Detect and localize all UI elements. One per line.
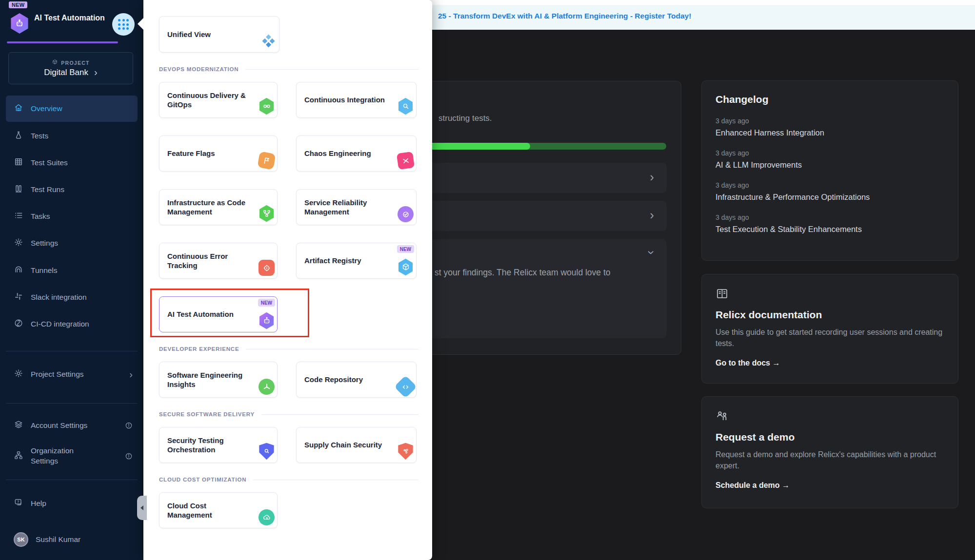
svg-text:?: ? [17,500,19,504]
module-label: Continuous Integration [304,95,385,105]
sidebar-item-test-runs[interactable]: Test Runs [6,176,138,203]
module-card-supply-chain[interactable]: Supply Chain Security [296,427,417,463]
sidebar-item-label: Help [31,499,46,508]
sidebar-item-label: Slack integration [31,293,87,302]
sidebar-item-overview[interactable]: Overview [6,96,138,122]
sidebar-item-help[interactable]: ? Help [6,490,138,517]
module-card-code-repository[interactable]: Code Repository [296,362,417,398]
module-card-error-tracking[interactable]: Continuous Error Tracking [159,243,278,279]
sidebar-item-tests[interactable]: Tests [6,123,138,149]
module-label: Code Repository [304,375,363,385]
module-card-service-reliability[interactable]: Service Reliability Management [296,189,417,225]
schedule-demo-link[interactable]: Schedule a demo → [716,481,790,490]
sidebar-item-organization-settings[interactable]: Organization Settings [6,441,138,471]
chevron-right-icon: › [650,171,654,183]
sidebar-item-label: CI-CD integration [31,320,89,328]
flask-icon [14,130,23,142]
sto-shield-icon [259,443,275,460]
module-card-continuous-integration[interactable]: Continuous Integration [296,82,417,118]
module-card-unified-view[interactable]: Unified View [159,16,279,53]
sidebar-item-account-settings[interactable]: Account Settings [6,412,138,439]
module-label: Continuous Delivery & GitOps [167,91,248,110]
unified-view-icon [260,34,277,50]
avatar: SK [14,532,28,547]
project-selector[interactable]: PROJECT Digital Bank › [8,52,133,84]
sidebar-item-project-settings[interactable]: Project Settings › [6,361,138,387]
columns-icon [14,184,23,195]
info-icon[interactable] [125,422,133,429]
section-header-cco: CLOUD COST OPTIMIZATION [159,477,418,483]
info-icon[interactable] [125,452,133,460]
module-card-ai-test-automation[interactable]: NEW AI Test Automation [159,296,278,332]
user-name: Sushil Kumar [36,535,80,544]
chevron-down-icon[interactable]: › [646,251,658,255]
section-rule [261,414,418,415]
iac-management-icon [259,205,275,222]
module-picker-button[interactable] [112,13,135,36]
new-badge: NEW [397,245,414,253]
divider [6,351,138,351]
demo-title: Request a demo [716,431,944,443]
app-title: AI Test Automation [34,13,107,23]
book-icon [716,287,944,302]
accent-divider [7,41,118,43]
ai-test-automation-logo [10,13,29,34]
changelog-time: 3 days ago [716,149,944,157]
sidebar-item-tunnels[interactable]: Tunnels [6,257,138,284]
sidebar-item-label: Account Settings [31,421,87,430]
sei-icon [259,379,275,395]
module-label: Chaos Engineering [304,149,371,158]
module-card-artifact-registry[interactable]: NEW Artifact Registry [296,243,417,279]
changelog-entry[interactable]: 3 days ago AI & LLM Improvements [716,149,944,170]
changelog-entry[interactable]: 3 days ago Test Execution & Stability En… [716,213,944,234]
svg-text:$: $ [266,516,268,519]
section-rule [245,69,418,70]
module-card-feature-flags[interactable]: Feature Flags [159,135,278,172]
project-name: Digital Bank [44,68,88,77]
changelog-entry-title: Infrastructure & Performance Optimizatio… [716,193,944,202]
section-header-ssd: SECURE SOFTWARE DELIVERY [159,411,418,417]
sidebar-item-cicd-integration[interactable]: CI-CD integration [6,311,138,337]
ai-test-automation-icon [259,312,275,329]
module-card-cloud-cost[interactable]: Cloud Cost Management $ [159,492,278,528]
docs-title: Relicx documentation [716,309,944,321]
changelog-entry[interactable]: 3 days ago Enhanced Harness Integration [716,117,944,137]
divider [6,403,138,404]
module-card-sto[interactable]: Security Testing Orchestration [159,427,278,463]
sidebar-item-label: Tests [31,132,48,140]
module-label: Supply Chain Security [304,440,382,450]
sidebar-item-label: Organization Settings [31,446,85,466]
module-label: Unified View [167,30,211,39]
section-title: CLOUD COST OPTIMIZATION [159,477,246,483]
module-card-chaos-engineering[interactable]: Chaos Engineering [296,135,417,172]
module-card-sei[interactable]: Software Engineering Insights [159,362,278,398]
sidebar-item-test-suites[interactable]: Test Suites [6,150,138,176]
sidebar-item-slack-integration[interactable]: Slack integration [6,284,138,310]
new-badge: NEW [9,1,27,8]
module-card-cd-gitops[interactable]: Continuous Delivery & GitOps [159,82,278,118]
module-label: Infrastructure as Code Management [167,198,248,217]
section-header-devex: DEVELOPER EXPERIENCE [159,346,418,352]
announcement-text[interactable]: 25 - Transform DevEx with AI & Platform … [438,12,691,20]
list-icon [14,211,23,222]
changelog-entry[interactable]: 3 days ago Infrastructure & Performance … [716,181,944,202]
onboarding-intro-text: structing tests. [438,114,492,123]
sidebar-user[interactable]: SK Sushil Kumar [6,526,138,553]
go-to-docs-link[interactable]: Go to the docs → [716,359,780,367]
tunnel-icon [14,265,23,276]
module-card-iac-management[interactable]: Infrastructure as Code Management [159,189,278,225]
sidebar-item-tasks[interactable]: Tasks [6,203,138,230]
service-reliability-icon [398,206,414,222]
app-window: 25 - Transform DevEx with AI & Platform … [0,0,975,560]
sidebar-item-label: Tunnels [31,266,58,275]
chevron-right-icon: › [94,67,98,77]
section-title: DEVELOPER EXPERIENCE [159,346,239,352]
section-header-devops: DEVOPS MODERNIZATION [159,66,418,72]
sidebar-item-settings[interactable]: Settings [6,230,138,256]
cd-gitops-icon [259,97,275,115]
sidebar-collapse-handle[interactable] [137,496,147,520]
module-label: Artifact Registry [304,256,361,266]
changelog-time: 3 days ago [716,213,944,221]
cloud-cost-icon: $ [259,509,275,525]
sidebar-item-label: Settings [31,239,58,248]
